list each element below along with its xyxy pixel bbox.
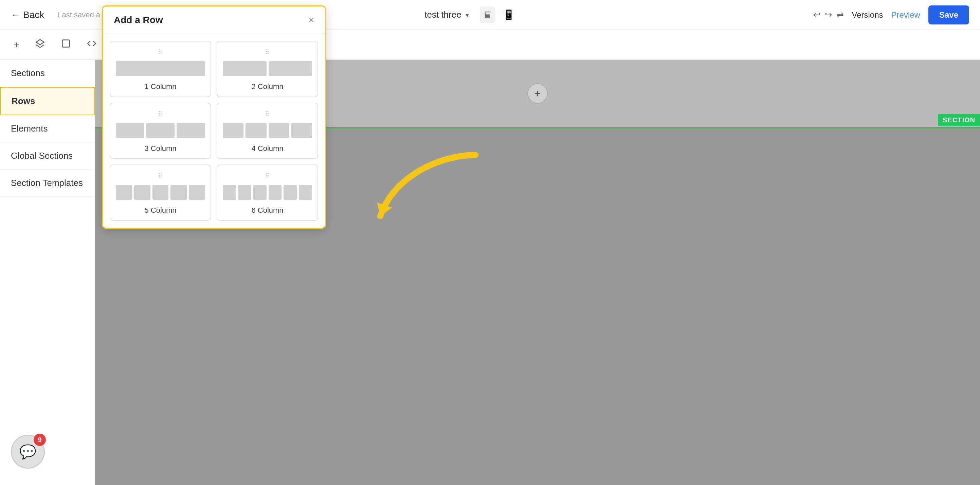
chat-widget[interactable]: 💬 9 [11, 435, 45, 469]
modal-header: Add a Row × [103, 6, 325, 34]
2col-preview [223, 61, 312, 76]
add-row-modal: Add a Row × ⠿ 1 Column ⠿ [102, 5, 326, 229]
chat-notification-badge: 9 [33, 434, 46, 446]
drag-handle-6col: ⠿ [265, 172, 270, 179]
drag-handle-1col: ⠿ [158, 48, 163, 56]
1col-preview [116, 61, 205, 76]
2col-label: 2 Column [251, 82, 283, 91]
drag-handle-4col: ⠿ [265, 110, 270, 118]
chat-bubble-button[interactable]: 💬 9 [11, 435, 45, 469]
modal-body: ⠿ 1 Column ⠿ 2 Column [103, 34, 325, 228]
modal-overlay: Add a Row × ⠿ 1 Column ⠿ [0, 0, 980, 485]
5col-preview [116, 185, 205, 200]
1col-label: 1 Column [144, 82, 176, 91]
6col-label: 6 Column [251, 206, 283, 215]
3col-preview [116, 123, 205, 138]
column-grid: ⠿ 1 Column ⠿ 2 Column [110, 41, 318, 221]
modal-title: Add a Row [114, 14, 163, 26]
chat-icon: 💬 [19, 444, 37, 460]
6col-preview [223, 185, 312, 200]
4-column-card[interactable]: ⠿ 4 Column [216, 103, 318, 159]
5col-label: 5 Column [144, 206, 176, 215]
3-column-card[interactable]: ⠿ 3 Column [110, 103, 211, 159]
5-column-card[interactable]: ⠿ 5 Column [110, 164, 211, 221]
4col-label: 4 Column [251, 144, 283, 153]
drag-handle-2col: ⠿ [265, 48, 270, 56]
drag-handle-3col: ⠿ [158, 110, 163, 118]
4col-preview [223, 123, 312, 138]
6-column-card[interactable]: ⠿ 6 Column [216, 164, 318, 221]
drag-handle-5col: ⠿ [158, 172, 163, 179]
modal-close-button[interactable]: × [309, 14, 314, 26]
2-column-card[interactable]: ⠿ 2 Column [216, 41, 318, 97]
3col-label: 3 Column [144, 144, 176, 153]
1-column-card[interactable]: ⠿ 1 Column [110, 41, 211, 97]
